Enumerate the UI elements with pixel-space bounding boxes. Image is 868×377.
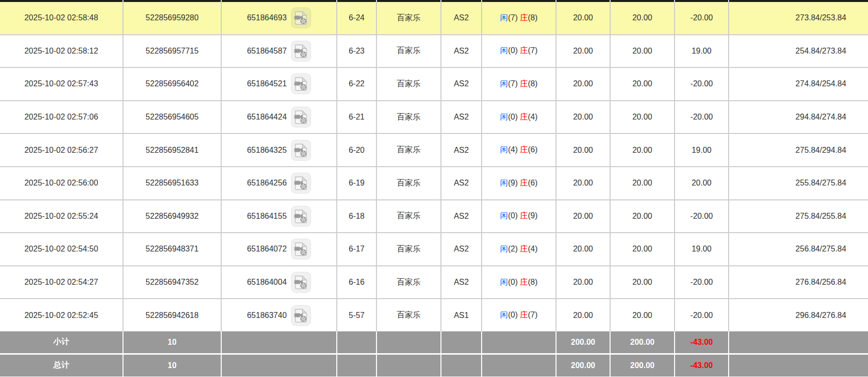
summary-empty-cell [729,354,868,377]
win-loss-cell: -20.00 [675,101,729,134]
video-replay-button[interactable] [291,206,311,227]
valid-bet-cell: 20.00 [610,233,675,266]
bet-time-cell: 2025-10-02 02:57:06 [0,101,123,134]
result-banker-label: 庄 [520,113,528,121]
result-player-label: 闲 [500,13,508,22]
valid-bet-cell: 20.00 [610,101,675,134]
summary-empty-cell [221,331,337,354]
result-player-score: (0) [508,46,518,55]
grandtotal-row: 总计10200.00200.00-43.00 [0,354,868,377]
bet-time-cell: 2025-10-02 02:55:24 [0,200,123,233]
game-id-text: 651864256 [247,179,287,188]
bet-time-cell: 2025-10-02 02:54:50 [0,233,123,266]
result-banker-label: 庄 [520,311,528,319]
order-id-cell: 522856959280 [123,2,221,35]
table-name-cell: AS1 [441,299,482,331]
table-row[interactable]: 2025-10-02 02:55:24522856949932651864155… [0,200,868,233]
video-file-icon-glyph [294,209,308,224]
round-cell: 6-21 [337,101,376,134]
result-banker-score: (9) [528,211,538,220]
video-file-icon-glyph [294,10,308,25]
valid-bet-cell: 20.00 [610,35,675,68]
game-type-cell: 百家乐 [376,266,441,299]
result-player-label: 闲 [500,245,508,253]
game-id-cell: 651864587 [221,35,337,68]
bet-time-cell: 2025-10-02 02:58:48 [0,2,123,35]
summary-label-cell: 小计 [0,331,123,354]
game-id-text: 651864693 [247,13,287,22]
result-cell: 闲(2) 庄(4) [482,233,556,266]
result-banker-score: (7) [528,46,538,55]
result-banker-score: (4) [528,113,538,121]
video-file-icon-glyph [294,76,308,91]
table-row[interactable]: 2025-10-02 02:58:48522856959280651864693… [0,2,868,35]
result-player-label: 闲 [500,311,508,319]
round-cell: 6-20 [337,133,376,167]
video-replay-button[interactable] [291,305,311,326]
result-player-score: (0) [508,211,518,220]
video-replay-button[interactable] [291,73,311,94]
video-file-icon-glyph [294,308,308,323]
win-loss-cell: 20.00 [675,167,729,200]
summary-count-cell: 10 [123,331,221,354]
valid-bet-cell: 20.00 [610,200,675,233]
bet-time-cell: 2025-10-02 02:54:27 [0,266,123,299]
result-player-score: (0) [508,278,518,286]
result-banker-score: (4) [528,245,538,253]
summary-empty-cell [482,331,556,354]
table-row[interactable]: 2025-10-02 02:57:43522856956402651864521… [0,67,868,101]
game-id-text: 651864325 [247,146,287,155]
table-row[interactable]: 2025-10-02 02:58:12522856957715651864587… [0,35,868,68]
game-id-cell: 651864521 [221,67,337,101]
game-type-cell: 百家乐 [376,133,441,167]
video-replay-button[interactable] [291,140,311,161]
video-replay-button[interactable] [291,41,311,62]
balance-cell: 275.84/294.84 [729,133,868,167]
balance-cell: 276.84/256.84 [729,266,868,299]
result-player-label: 闲 [500,278,508,286]
table-row[interactable]: 2025-10-02 02:56:27522856952841651864325… [0,133,868,167]
balance-cell: 275.84/255.84 [729,200,868,233]
bet-time-cell: 2025-10-02 02:56:27 [0,133,123,167]
bet-records-table: 2025-10-02 02:58:48522856959280651864693… [0,0,868,377]
balance-cell: 294.84/274.84 [729,101,868,134]
bet-amount-cell: 20.00 [556,167,610,200]
game-id-cell: 651864693 [221,2,337,35]
result-banker-score: (6) [528,179,538,187]
win-loss-cell: 19.00 [675,133,729,167]
result-cell: 闲(0) 庄(9) [482,200,556,233]
video-replay-button[interactable] [291,173,311,193]
game-id-cell: 651864256 [221,167,337,200]
bet-time-cell: 2025-10-02 02:52:45 [0,299,123,331]
order-id-cell: 522856948371 [123,233,221,266]
table-row[interactable]: 2025-10-02 02:57:06522856954605651864424… [0,101,868,134]
win-loss-cell: -20.00 [675,2,729,35]
valid-bet-cell: 20.00 [610,266,675,299]
video-replay-button[interactable] [291,272,311,293]
result-player-label: 闲 [500,179,508,187]
order-id-cell: 522856947352 [123,266,221,299]
video-replay-button[interactable] [291,107,311,127]
bet-amount-cell: 20.00 [556,233,610,266]
video-file-icon-glyph [294,242,308,256]
video-replay-button[interactable] [291,7,311,28]
result-player-label: 闲 [500,211,508,220]
summary-count-cell: 10 [123,354,221,377]
bet-amount-cell: 20.00 [556,101,610,134]
result-cell: 闲(7) 庄(8) [482,2,556,35]
balance-cell: 273.84/253.84 [729,2,868,35]
bet-time-cell: 2025-10-02 02:57:43 [0,67,123,101]
result-player-label: 闲 [500,79,508,88]
round-cell: 6-19 [337,167,376,200]
game-id-text: 651863740 [247,311,287,320]
win-loss-cell: 19.00 [675,233,729,266]
video-replay-button[interactable] [291,239,311,259]
table-row[interactable]: 2025-10-02 02:54:50522856948371651864072… [0,233,868,266]
result-player-label: 闲 [500,46,508,55]
table-row[interactable]: 2025-10-02 02:56:00522856951633651864256… [0,167,868,200]
summary-winloss-cell: -43.00 [675,331,729,354]
result-banker-score: (8) [528,79,538,88]
order-id-cell: 522856942618 [123,299,221,331]
table-row[interactable]: 2025-10-02 02:52:45522856942618651863740… [0,299,868,331]
table-row[interactable]: 2025-10-02 02:54:27522856947352651864004… [0,266,868,299]
